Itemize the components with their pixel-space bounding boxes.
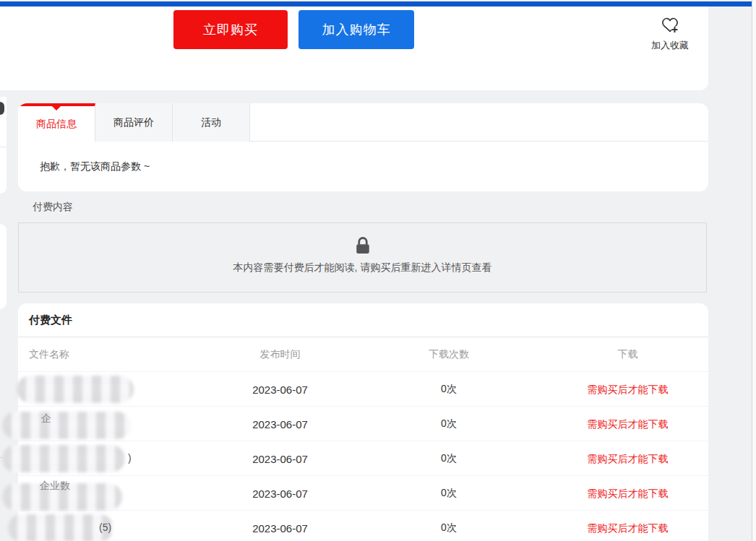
locked-content-box: 本内容需要付费后才能阅读, 请购买后重新进入详情页查看 [18, 222, 707, 293]
column-file-name: 文件名称 [18, 348, 210, 361]
redaction-smudge [17, 376, 134, 403]
lock-icon [19, 235, 706, 256]
paid-files-card: 付费文件 文件名称 发布时间 下载次数 下载 2023-06-07 0次 需购买… [18, 303, 708, 541]
file-row: (5) 2023-06-07 0次 需购买后才能下载 [18, 511, 708, 541]
product-detail-card: 商品信息 商品评价 活动 抱歉，暂无该商品参数 ~ [18, 103, 708, 191]
download-locked-link[interactable]: 需购买后才能下载 [588, 418, 669, 430]
publish-date: 2023-06-07 [210, 488, 351, 500]
download-locked-link[interactable]: 需购买后才能下载 [588, 488, 669, 499]
download-locked-link[interactable]: 需购买后才能下载 [588, 384, 669, 395]
left-cutoff-panel [0, 224, 7, 309]
publish-date: 2023-06-07 [210, 522, 351, 534]
buy-now-button[interactable]: 立即购买 [173, 10, 288, 49]
redaction-smudge [2, 445, 125, 472]
tab-product-reviews[interactable]: 商品评价 [95, 103, 173, 142]
download-count: 0次 [351, 417, 547, 430]
download-locked-link[interactable]: 需购买后才能下载 [588, 522, 669, 534]
file-name-redacted: 企业数 [18, 476, 210, 511]
locked-content-message: 本内容需要付费后才能阅读, 请购买后重新进入详情页查看 [19, 261, 706, 274]
file-row: ) 2023-06-07 0次 需购买后才能下载 [18, 441, 708, 476]
publish-date: 2023-06-07 [210, 384, 351, 396]
file-name-redacted: (5) [18, 511, 210, 541]
download-count: 0次 [351, 521, 547, 534]
download-locked-link[interactable]: 需购买后才能下载 [588, 453, 669, 464]
add-to-cart-button[interactable]: 加入购物车 [298, 10, 414, 49]
column-download: 下载 [547, 348, 708, 361]
add-to-favorites-button[interactable]: 加入收藏 [623, 15, 717, 52]
top-accent-bar [0, 1, 752, 7]
redaction-smudge [8, 514, 113, 541]
publish-date: 2023-06-07 [210, 418, 351, 430]
column-download-count: 下载次数 [351, 348, 547, 361]
download-count: 0次 [351, 487, 547, 500]
file-row: 企 2023-06-07 0次 需购买后才能下载 [18, 407, 708, 441]
file-name-redacted: 企 [18, 407, 210, 441]
file-name-redacted [18, 372, 210, 407]
file-row: 2023-06-07 0次 需购买后才能下载 [18, 372, 708, 407]
download-count: 0次 [351, 383, 547, 396]
files-table-header: 文件名称 发布时间 下载次数 下载 [18, 337, 708, 372]
file-row: 企业数 2023-06-07 0次 需购买后才能下载 [18, 476, 708, 511]
detail-tabs: 商品信息 商品评价 活动 [18, 103, 708, 142]
paid-content-section-title: 付费内容 [18, 191, 708, 222]
vertical-scrollbar[interactable] [752, 0, 756, 541]
file-name-redacted: ) [18, 441, 210, 476]
tab-product-info[interactable]: 商品信息 [18, 103, 95, 142]
heart-plus-icon [623, 15, 717, 37]
product-action-panel: 立即购买 加入购物车 加入收藏 [0, 7, 708, 90]
paid-files-section-title: 付费文件 [18, 303, 708, 327]
column-publish-date: 发布时间 [210, 348, 351, 361]
download-count: 0次 [351, 452, 547, 465]
publish-date: 2023-06-07 [210, 453, 351, 465]
tab-activities[interactable]: 活动 [173, 103, 250, 142]
favorite-label: 加入收藏 [623, 39, 717, 52]
redaction-smudge [2, 412, 131, 439]
no-parameters-message: 抱歉，暂无该商品参数 ~ [18, 142, 708, 173]
